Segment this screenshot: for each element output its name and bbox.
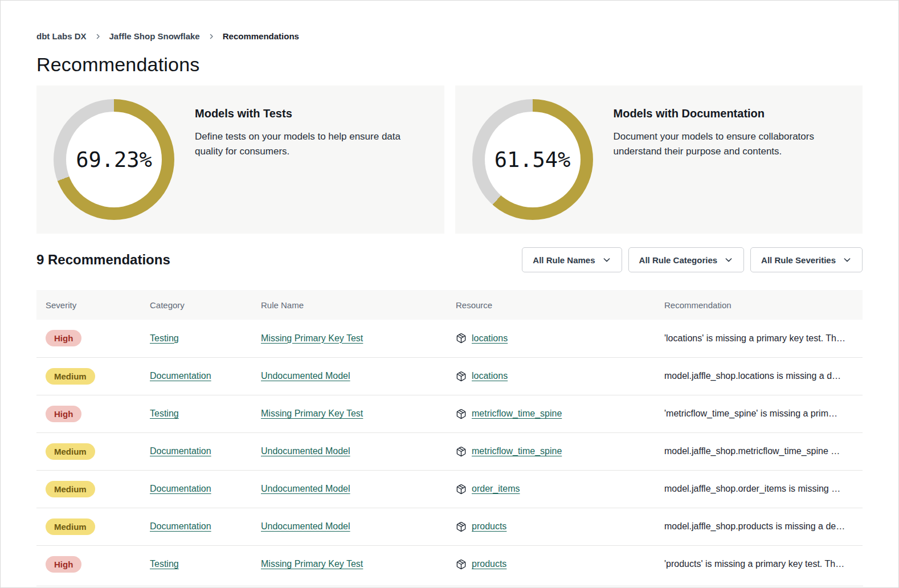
column-header-category: Category — [141, 290, 252, 320]
tests-coverage-percent: 69.23% — [54, 99, 174, 220]
rule-severities-filter-dropdown[interactable]: All Rule Severities — [750, 247, 863, 272]
column-header-resource: Resource — [447, 290, 655, 320]
resource-link[interactable]: locations — [472, 333, 508, 344]
column-header-severity: Severity — [36, 290, 141, 320]
column-header-recommendation: Recommendation — [655, 290, 863, 320]
stat-card-description: Define tests on your models to help ensu… — [195, 129, 427, 160]
table-row: Medium Documentation Undocumented Model … — [36, 470, 863, 508]
resource-link[interactable]: metricflow_time_spine — [472, 409, 562, 419]
package-icon — [456, 333, 467, 344]
resource-link[interactable]: metricflow_time_spine — [472, 446, 562, 456]
severity-badge: High — [46, 330, 81, 346]
chevron-down-icon — [843, 255, 852, 264]
table-row: Medium Documentation Undocumented Model … — [36, 357, 863, 395]
chevron-right-icon — [95, 33, 101, 40]
package-icon — [456, 484, 467, 495]
severity-badge: Medium — [46, 481, 95, 497]
table-row: High Testing Missing Primary Key Test me… — [36, 395, 863, 432]
filter-label: All Rule Severities — [761, 255, 836, 265]
table-row: Medium Documentation Undocumented Model … — [36, 432, 863, 470]
package-icon — [456, 559, 467, 570]
resource-link[interactable]: products — [472, 559, 506, 569]
breadcrumb-item-recommendations: Recommendations — [223, 31, 299, 41]
category-link[interactable]: Documentation — [150, 446, 211, 456]
rule-name-link[interactable]: Missing Primary Key Test — [261, 333, 363, 343]
list-header: 9 Recommendations All Rule Names All Rul… — [36, 247, 863, 272]
recommendation-text: 'locations' is missing a primary key tes… — [664, 333, 845, 343]
recommendations-page: dbt Labs DX Jaffle Shop Snowflake Recomm… — [1, 31, 898, 583]
resource-link[interactable]: locations — [472, 371, 508, 381]
breadcrumb-item-dbt-labs-dx[interactable]: dbt Labs DX — [36, 31, 87, 41]
page-title: Recommendations — [36, 54, 863, 76]
recommendation-text: model.jaffle_shop.products is missing a … — [664, 521, 845, 531]
recommendation-text: 'metricflow_time_spine' is missing a pri… — [664, 409, 837, 418]
category-link[interactable]: Testing — [150, 559, 179, 569]
recommendation-text: model.jaffle_shop.order_items is missing… — [664, 484, 840, 493]
rule-name-link[interactable]: Undocumented Model — [261, 484, 350, 493]
rule-name-link[interactable]: Undocumented Model — [261, 446, 350, 456]
recommendations-table-body: High Testing Missing Primary Key Test lo… — [36, 320, 863, 583]
package-icon — [456, 409, 467, 419]
tests-coverage-donut-chart: 69.23% — [54, 99, 174, 220]
rule-name-link[interactable]: Missing Primary Key Test — [261, 409, 363, 418]
rule-name-link[interactable]: Missing Primary Key Test — [261, 559, 363, 569]
chevron-right-icon — [208, 33, 215, 40]
filter-label: All Rule Names — [533, 255, 595, 265]
resource-link[interactable]: products — [472, 521, 506, 532]
documentation-coverage-percent: 61.54% — [472, 99, 593, 220]
table-row: Medium Documentation Undocumented Model … — [36, 508, 863, 545]
filter-label: All Rule Categories — [639, 255, 718, 265]
recommendations-table: Severity Category Rule Name Resource Rec… — [36, 290, 863, 583]
category-link[interactable]: Testing — [150, 409, 179, 418]
severity-badge: Medium — [46, 443, 95, 460]
filters: All Rule Names All Rule Categories All R… — [522, 247, 863, 272]
column-header-rule-name: Rule Name — [252, 290, 447, 320]
package-icon — [456, 371, 467, 382]
chevron-down-icon — [724, 255, 733, 264]
documentation-coverage-donut-chart: 61.54% — [472, 99, 593, 220]
severity-badge: High — [46, 406, 81, 422]
recommendation-text: model.jaffle_shop.metricflow_time_spine … — [664, 446, 840, 456]
chevron-down-icon — [602, 255, 611, 264]
rule-name-link[interactable]: Undocumented Model — [261, 371, 350, 381]
rule-names-filter-dropdown[interactable]: All Rule Names — [522, 247, 622, 272]
stat-cards: 69.23% Models with Tests Define tests on… — [36, 85, 863, 234]
package-icon — [456, 446, 467, 457]
rule-categories-filter-dropdown[interactable]: All Rule Categories — [628, 247, 745, 272]
table-row: High Testing Missing Primary Key Test pr… — [36, 545, 863, 583]
recommendation-text: model.jaffle_shop.locations is missing a… — [664, 371, 841, 381]
recommendation-text: 'products' is missing a primary key test… — [664, 559, 844, 569]
category-link[interactable]: Testing — [150, 333, 179, 343]
category-link[interactable]: Documentation — [150, 371, 211, 381]
rule-name-link[interactable]: Undocumented Model — [261, 521, 350, 531]
category-link[interactable]: Documentation — [150, 484, 211, 493]
recommendations-count-title: 9 Recommendations — [36, 252, 170, 268]
resource-link[interactable]: order_items — [472, 484, 520, 494]
table-header-row: Severity Category Rule Name Resource Rec… — [36, 290, 863, 320]
breadcrumb: dbt Labs DX Jaffle Shop Snowflake Recomm… — [36, 31, 863, 41]
severity-badge: Medium — [46, 368, 95, 385]
stat-card-models-with-documentation: 61.54% Models with Documentation Documen… — [455, 85, 863, 234]
table-row: High Testing Missing Primary Key Test lo… — [36, 320, 863, 357]
stat-card-description: Document your models to ensure collabora… — [614, 129, 846, 160]
package-icon — [456, 521, 467, 532]
severity-badge: High — [46, 556, 81, 573]
severity-badge: Medium — [46, 518, 95, 535]
table-bottom-border — [36, 586, 863, 586]
breadcrumb-item-jaffle-shop-snowflake[interactable]: Jaffle Shop Snowflake — [109, 31, 200, 41]
stat-card-models-with-tests: 69.23% Models with Tests Define tests on… — [36, 85, 444, 234]
stat-card-title: Models with Tests — [195, 107, 427, 120]
stat-card-title: Models with Documentation — [614, 107, 846, 120]
category-link[interactable]: Documentation — [150, 521, 211, 531]
